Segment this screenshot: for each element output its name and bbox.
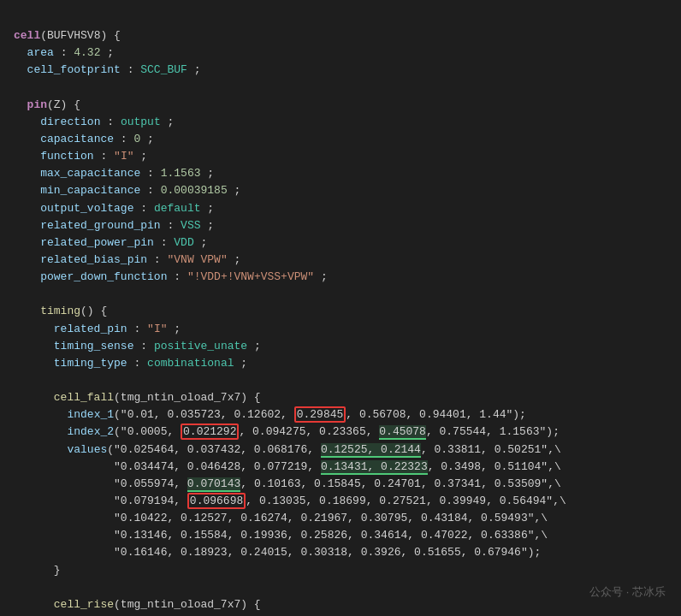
code-content: cell(BUFVHSV8) { area : 4.32 ; cell_foot… (14, 10, 667, 616)
